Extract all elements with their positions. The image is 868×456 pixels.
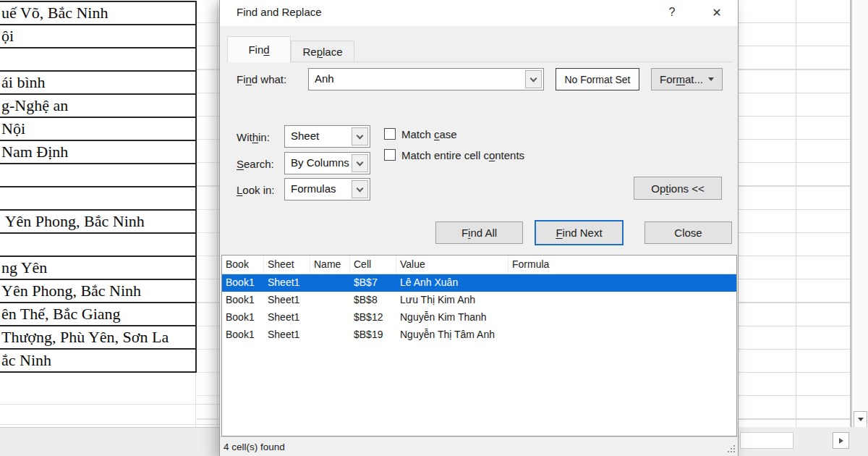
result-cell-book: Book1 — [222, 274, 264, 292]
gridline-vertical — [796, 0, 796, 431]
result-cell-sheet: Sheet1 — [264, 292, 310, 309]
format-button[interactable]: Format... — [651, 68, 723, 90]
result-cell-value: Lê Anh Xuân — [396, 274, 509, 292]
left-table: uế Võ, Bắc Ninhộiái bìnhg-Nghệ anNộiNam … — [0, 1, 197, 373]
column-header-value[interactable]: Value — [396, 256, 509, 274]
sheet-cell[interactable]: ên Thế, Bắc Giang — [0, 303, 195, 326]
sheet-cell[interactable]: g-Nghệ an — [0, 95, 195, 118]
sheet-cell[interactable]: Thượng, Phù Yên, Sơn La — [0, 326, 195, 350]
column-header-name[interactable]: Name — [310, 256, 350, 274]
result-cell-cell: $B$12 — [350, 309, 396, 326]
search-select[interactable]: By Columns — [284, 152, 370, 174]
result-cell-book: Book1 — [222, 309, 264, 326]
column-header-cell[interactable]: Cell — [350, 256, 396, 274]
within-label: Within: — [237, 131, 270, 143]
sheet-cell[interactable]: Yên Phong, Bắc Ninh — [0, 280, 195, 303]
result-row[interactable]: Book1Sheet1$B$19Nguyễn Thị Tâm Anh — [222, 326, 736, 344]
result-cell-sheet: Sheet1 — [264, 309, 310, 326]
bottom-bar-right — [739, 427, 868, 456]
resize-grip[interactable] — [733, 451, 735, 452]
bottom-bar-left — [0, 427, 219, 456]
result-cell-book: Book1 — [222, 326, 264, 344]
tab-replace[interactable]: Replace — [291, 41, 354, 62]
result-cell-cell: $B$19 — [350, 326, 396, 344]
column-header-formula[interactable]: Formula — [509, 256, 736, 274]
within-dropdown-button[interactable] — [352, 127, 368, 145]
sheet-cell[interactable]: Nội — [0, 118, 195, 141]
column-header-book[interactable]: Book — [222, 256, 264, 274]
tab-strip-line — [227, 62, 732, 62]
search-label: Search: — [237, 158, 274, 170]
format-preview-box: No Format Set — [556, 68, 639, 90]
close-dialog-button[interactable]: Close — [644, 221, 732, 244]
dialog-title-bar[interactable]: Find and Replace ? ✕ — [220, 0, 738, 26]
sheet-cell[interactable] — [0, 187, 195, 211]
search-value: By Columns — [291, 156, 349, 169]
result-cell-name — [310, 326, 350, 344]
result-cell-book: Book1 — [222, 292, 264, 309]
result-cell-name — [310, 292, 350, 309]
results-list[interactable]: Book Sheet Name Cell Value Formula Book1… — [221, 255, 737, 436]
chevron-down-icon — [530, 75, 537, 82]
sheet-cell[interactable]: ội — [0, 25, 195, 48]
find-what-value: Anh — [315, 72, 334, 85]
find-all-button[interactable]: Find All — [435, 221, 523, 244]
match-entire-cell-checkbox[interactable] — [384, 149, 396, 161]
result-cell-name — [310, 309, 350, 326]
find-what-input[interactable]: Anh — [308, 68, 544, 90]
gridline-sliver — [197, 0, 219, 427]
results-header: Book Sheet Name Cell Value Formula — [222, 256, 736, 274]
close-icon: ✕ — [712, 6, 721, 20]
sheet-cell[interactable]: Nam Định — [0, 141, 195, 164]
find-next-button[interactable]: Find Next — [535, 220, 624, 245]
dialog-status-bar: 4 cell(s) found — [220, 436, 738, 456]
horizontal-scrollbar-thumb[interactable] — [740, 432, 793, 449]
sheet-cell[interactable]: uế Võ, Bắc Ninh — [0, 2, 195, 25]
result-row[interactable]: Book1Sheet1$B$12Nguyễn Kim Thanh — [222, 309, 736, 326]
options-button[interactable]: Options << — [634, 177, 722, 200]
within-value: Sheet — [291, 130, 319, 142]
chevron-down-icon — [858, 418, 864, 421]
close-button[interactable]: ✕ — [706, 3, 728, 22]
look-in-label: Look in: — [237, 184, 275, 196]
scroll-down-button[interactable] — [854, 411, 867, 428]
match-case-label: Match case — [401, 128, 457, 140]
result-cell-value: Nguyễn Thị Tâm Anh — [396, 326, 509, 344]
within-select[interactable]: Sheet — [284, 125, 370, 148]
status-text: 4 cell(s) found — [224, 442, 285, 452]
find-what-dropdown-button[interactable] — [525, 70, 542, 88]
spreadsheet-right-region — [739, 0, 851, 431]
sheet-cell[interactable]: ắc Ninh — [0, 350, 195, 373]
result-cell-value: Lưu Thị Kim Anh — [396, 292, 509, 309]
sheet-cell[interactable] — [0, 48, 195, 72]
sheet-cell[interactable]: ng Yên — [0, 257, 195, 280]
chevron-down-icon — [357, 159, 364, 166]
result-cell-sheet: Sheet1 — [264, 274, 310, 292]
match-entire-cell-label: Match entire cell contents — [401, 149, 524, 161]
result-row[interactable]: Book1Sheet1$B$8Lưu Thị Kim Anh — [222, 292, 736, 309]
chevron-right-icon — [839, 438, 843, 444]
result-cell-cell: $B$8 — [350, 292, 396, 309]
column-header-sheet[interactable]: Sheet — [264, 256, 310, 274]
look-in-dropdown-button[interactable] — [352, 180, 368, 198]
tab-find[interactable]: Find — [227, 36, 291, 62]
help-button[interactable]: ? — [661, 3, 683, 22]
gridline-horizontal — [0, 424, 219, 425]
search-dropdown-button[interactable] — [352, 154, 368, 172]
sheet-cell[interactable]: ái bình — [0, 72, 195, 95]
dropdown-caret-icon — [708, 77, 714, 81]
sheet-cell[interactable] — [0, 164, 195, 187]
match-case-checkbox[interactable] — [384, 128, 396, 140]
gridline-horizontal — [0, 404, 219, 405]
results-rows: Book1Sheet1$B$7Lê Anh XuânBook1Sheet1$B$… — [222, 274, 736, 344]
look-in-select[interactable]: Formulas — [284, 178, 370, 200]
result-cell-cell: $B$7 — [350, 274, 396, 292]
look-in-value: Formulas — [291, 182, 336, 195]
help-icon: ? — [669, 6, 676, 19]
vertical-scrollbar[interactable] — [851, 0, 868, 431]
sheet-cell[interactable]: Yên Phong, Bắc Ninh — [0, 211, 195, 234]
scroll-right-button[interactable] — [833, 432, 849, 449]
sheet-cell[interactable] — [0, 234, 195, 257]
result-row[interactable]: Book1Sheet1$B$7Lê Anh Xuân — [222, 274, 736, 292]
chevron-down-icon — [357, 132, 364, 139]
